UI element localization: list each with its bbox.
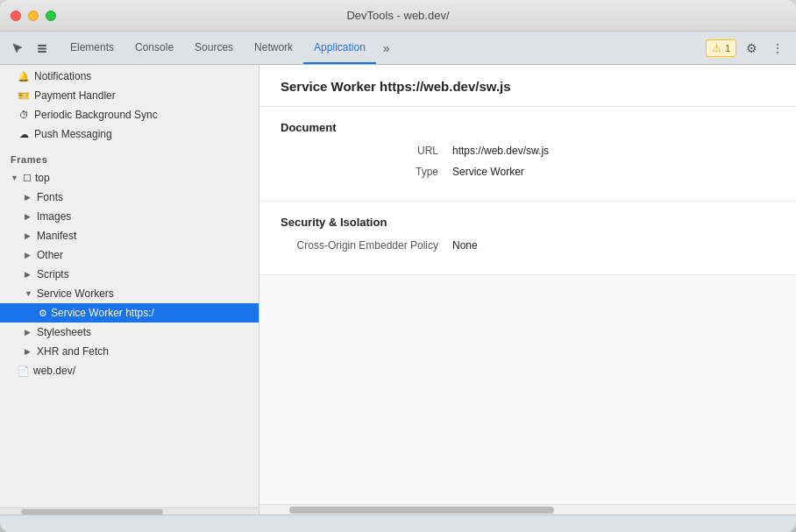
svg-rect-2 xyxy=(38,51,46,53)
content-header: Service Worker https://web.dev/sw.js xyxy=(259,65,796,107)
tab-bar: Elements Console Sources Network Applica… xyxy=(0,32,796,65)
fonts-arrow: ▶ xyxy=(25,193,33,202)
security-section: Security & Isolation Cross-Origin Embedd… xyxy=(259,202,796,275)
svg-rect-1 xyxy=(38,47,46,49)
coep-label: Cross-Origin Embedder Policy xyxy=(281,239,438,252)
layers-icon[interactable] xyxy=(32,38,53,59)
more-tabs-button[interactable]: » xyxy=(376,32,397,64)
stylesheets-arrow: ▶ xyxy=(25,328,33,337)
more-options-button[interactable]: ⋮ xyxy=(766,37,789,60)
frames-label: Frames xyxy=(0,147,259,168)
tree-item-xhr-fetch[interactable]: ▶ XHR and Fetch xyxy=(0,342,259,361)
manifest-arrow: ▶ xyxy=(25,231,33,240)
warning-icon: ⚠ xyxy=(712,42,721,54)
coep-row: Cross-Origin Embedder Policy None xyxy=(281,239,775,252)
images-arrow: ▶ xyxy=(25,212,33,221)
content-area: Service Worker https://web.dev/sw.js Doc… xyxy=(259,65,796,514)
tab-console[interactable]: Console xyxy=(124,32,184,64)
sidebar-item-periodic-bg-sync[interactable]: ⏱ Periodic Background Sync xyxy=(0,105,259,124)
tab-bar-right: ⚠ 1 ⚙ ⋮ xyxy=(706,32,789,64)
tree-item-service-workers[interactable]: ▼ Service Workers xyxy=(0,284,259,303)
sidebar-item-payment-handler[interactable]: 🎫 Payment Handler xyxy=(0,86,259,105)
top-arrow: ▼ xyxy=(11,174,19,182)
tree-item-scripts[interactable]: ▶ Scripts xyxy=(0,265,259,284)
type-row: Type Service Worker xyxy=(281,166,775,178)
payment-handler-icon: 🎫 xyxy=(18,90,30,102)
minimize-button[interactable] xyxy=(28,11,39,21)
maximize-button[interactable] xyxy=(46,11,56,21)
sw-gear-icon: ⚙ xyxy=(39,308,47,319)
settings-button[interactable]: ⚙ xyxy=(740,37,763,60)
tree-item-top[interactable]: ▼ ☐ top xyxy=(0,168,259,188)
svg-rect-0 xyxy=(38,45,46,46)
cursor-icon[interactable] xyxy=(7,38,28,59)
devtools-window: DevTools - web.dev/ Elements Console xyxy=(0,0,796,532)
security-heading: Security & Isolation xyxy=(281,216,775,229)
window-title: DevTools - web.dev/ xyxy=(346,9,449,22)
content-horizontal-scrollbar[interactable] xyxy=(259,504,796,514)
tree-item-manifest[interactable]: ▶ Manifest xyxy=(0,226,259,245)
sw-arrow: ▼ xyxy=(25,289,33,298)
type-value: Service Worker xyxy=(452,166,524,178)
title-bar: DevTools - web.dev/ xyxy=(0,0,796,32)
top-frame-icon: ☐ xyxy=(23,173,32,184)
url-value: https://web.dev/sw.js xyxy=(452,145,549,157)
coep-value: None xyxy=(452,239,478,252)
sidebar: 🔔 Notifications 🎫 Payment Handler ⏱ Peri… xyxy=(0,65,259,514)
type-label: Type xyxy=(281,166,438,178)
frames-section: Frames ▼ ☐ top ▶ Fonts ▶ Images ▶ xyxy=(0,147,259,380)
tab-application[interactable]: Application xyxy=(303,32,376,64)
bottom-bar xyxy=(0,514,796,532)
tab-network[interactable]: Network xyxy=(244,32,303,64)
warning-badge[interactable]: ⚠ 1 xyxy=(706,39,736,57)
content-title: Service Worker https://web.dev/sw.js xyxy=(281,79,775,94)
close-button[interactable] xyxy=(11,11,21,21)
webdev-icon: 📄 xyxy=(18,365,30,377)
tree-item-sw-https[interactable]: ⚙ Service Worker https:/ xyxy=(0,303,259,323)
content-hscroll-thumb[interactable] xyxy=(289,507,554,514)
sidebar-item-push-messaging[interactable]: ☁ Push Messaging xyxy=(0,124,259,144)
tree-item-webdev[interactable]: 📄 web.dev/ xyxy=(0,361,259,380)
content-empty-area xyxy=(259,275,796,504)
tree-item-images[interactable]: ▶ Images xyxy=(0,207,259,226)
tree-item-fonts[interactable]: ▶ Fonts xyxy=(0,188,259,207)
url-row: URL https://web.dev/sw.js xyxy=(281,145,775,157)
tree-item-stylesheets[interactable]: ▶ Stylesheets xyxy=(0,323,259,342)
toolbar-icons xyxy=(7,32,53,64)
tab-elements[interactable]: Elements xyxy=(60,32,124,64)
tab-sources[interactable]: Sources xyxy=(184,32,244,64)
tree-item-other[interactable]: ▶ Other xyxy=(0,245,259,265)
document-heading: Document xyxy=(281,121,775,134)
periodic-sync-icon: ⏱ xyxy=(18,110,30,120)
main-area: 🔔 Notifications 🎫 Payment Handler ⏱ Peri… xyxy=(0,65,796,514)
sidebar-item-notifications[interactable]: 🔔 Notifications xyxy=(0,67,259,86)
notifications-icon: 🔔 xyxy=(18,71,30,82)
traffic-lights xyxy=(11,11,56,21)
other-arrow: ▶ xyxy=(25,251,33,259)
scripts-arrow: ▶ xyxy=(25,270,33,279)
push-messaging-icon: ☁ xyxy=(18,129,30,140)
xhr-arrow: ▶ xyxy=(25,347,33,356)
document-section: Document URL https://web.dev/sw.js Type … xyxy=(259,107,796,202)
url-label: URL xyxy=(281,145,438,157)
